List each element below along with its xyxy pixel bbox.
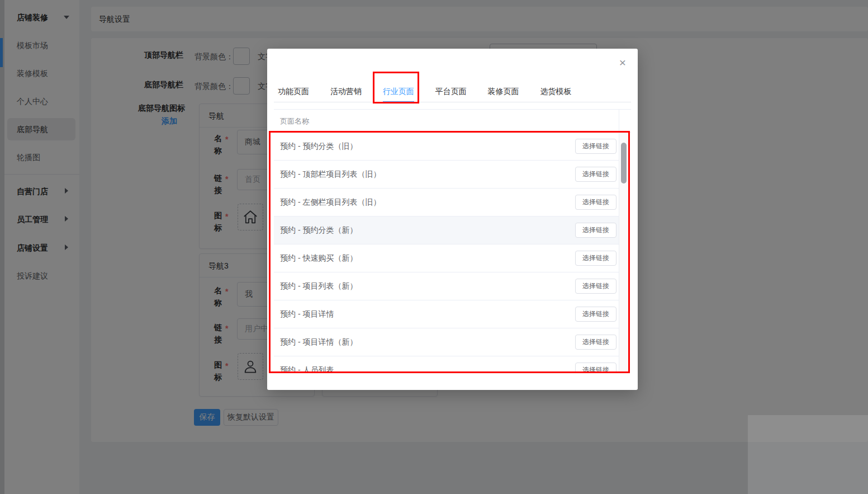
table-header-row: 页面名称 xyxy=(274,109,631,133)
select-link-button[interactable]: 选择链接 xyxy=(575,335,616,350)
page-name: 预约 - 项目详情（新） xyxy=(280,337,575,347)
tab-industry-pages[interactable]: 行业页面 xyxy=(383,80,414,102)
page-name: 预约 - 快速购买（新） xyxy=(280,253,575,264)
scrollbar-thumb[interactable] xyxy=(621,143,627,184)
table-row[interactable]: 预约 - 预约分类（新） 选择链接 xyxy=(274,217,619,244)
page-name: 预约 - 顶部栏项目列表（旧） xyxy=(280,170,575,180)
dialog-tabs: 功能页面 活动营销 行业页面 平台页面 装修页面 选货模板 xyxy=(274,80,631,102)
table-row[interactable]: 预约 - 顶部栏项目列表（旧） 选择链接 xyxy=(274,161,619,189)
page-name: 预约 - 预约分类（旧） xyxy=(280,142,575,152)
table-row[interactable]: 预约 - 人员列表 选择链接 xyxy=(274,356,619,373)
app-root: 店铺装修 模板市场 装修模板 个人中心 底部导航 轮播图 自营门店 员工管理 店… xyxy=(0,0,868,494)
tab-function-pages[interactable]: 功能页面 xyxy=(278,80,309,102)
select-link-button[interactable]: 选择链接 xyxy=(575,251,616,266)
tab-platform-pages[interactable]: 平台页面 xyxy=(435,80,467,102)
table-row[interactable]: 预约 - 预约分类（旧） 选择链接 xyxy=(274,133,619,161)
page-list: 预约 - 预约分类（旧） 选择链接 预约 - 顶部栏项目列表（旧） 选择链接 预… xyxy=(274,133,619,373)
select-link-button[interactable]: 选择链接 xyxy=(575,363,616,373)
tab-decoration-pages[interactable]: 装修页面 xyxy=(488,80,519,102)
page-name: 预约 - 项目列表（新） xyxy=(280,281,575,291)
tab-activity-marketing[interactable]: 活动营销 xyxy=(330,80,362,102)
select-link-dialog: × 功能页面 活动营销 行业页面 平台页面 装修页面 选货模板 页面名称 预约 … xyxy=(267,49,638,390)
page-name: 预约 - 左侧栏项目列表（旧） xyxy=(280,197,575,208)
select-link-button[interactable]: 选择链接 xyxy=(575,307,616,322)
close-icon[interactable]: × xyxy=(616,57,629,69)
select-link-button[interactable]: 选择链接 xyxy=(575,223,616,238)
table-row[interactable]: 预约 - 左侧栏项目列表（旧） 选择链接 xyxy=(274,189,619,217)
select-link-button[interactable]: 选择链接 xyxy=(575,139,616,154)
page-name: 预约 - 项目详情 xyxy=(280,309,575,319)
select-link-button[interactable]: 选择链接 xyxy=(575,279,616,294)
table-row[interactable]: 预约 - 项目详情 选择链接 xyxy=(274,300,619,328)
page-name: 预约 - 人员列表 xyxy=(280,365,575,374)
tab-goods-template[interactable]: 选货模板 xyxy=(540,80,571,102)
table-row[interactable]: 预约 - 项目列表（新） 选择链接 xyxy=(274,272,619,300)
bottom-right-highlight xyxy=(748,415,868,494)
select-link-button[interactable]: 选择链接 xyxy=(575,195,616,210)
page-name: 预约 - 预约分类（新） xyxy=(280,225,575,236)
column-header-page-name: 页面名称 xyxy=(280,110,309,133)
table-row[interactable]: 预约 - 项目详情（新） 选择链接 xyxy=(274,328,619,356)
table-row[interactable]: 预约 - 快速购买（新） 选择链接 xyxy=(274,244,619,272)
select-link-button[interactable]: 选择链接 xyxy=(575,167,616,182)
